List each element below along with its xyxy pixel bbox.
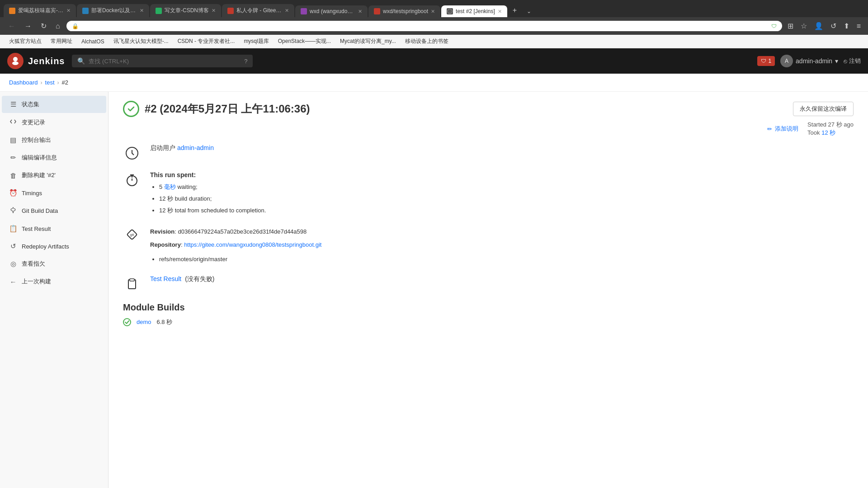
browser-tab-7[interactable]: J test #2 [Jenkins] ✕ <box>441 5 507 17</box>
bookmark-4[interactable]: 讯飞星火认知大模型-... <box>110 37 172 46</box>
build-title: #2 (2024年5月27日 上午11:06:36) <box>145 102 310 116</box>
sidebar-item-edit[interactable]: ✏ 编辑编译信息 <box>2 149 106 166</box>
test-result-link[interactable]: Test Result <box>150 275 181 282</box>
browser-toolbar: ← → ↻ ⌂ 🔒 192.168.7.17:9000/job/test/2/ … <box>0 17 868 35</box>
metrics-icon: ◎ <box>9 260 17 268</box>
back-button[interactable]: ← <box>5 20 18 32</box>
tab-label-5: wxd (wangxudong0... <box>310 8 355 14</box>
jenkins-search[interactable]: 🔍 ? <box>72 55 253 67</box>
user-menu[interactable]: A admin-admin ▾ <box>780 55 838 67</box>
jenkins-logo-text: Jenkins <box>28 56 65 66</box>
extensions-button[interactable]: ⊞ <box>786 20 795 32</box>
revision-block: Revision: d03666479224a57a02be3ce26d31f4… <box>150 225 854 266</box>
browser-tab-2[interactable]: 部署Docker以及基础 ✕ <box>77 4 149 17</box>
sidebar: ☰ 状态集 变更记录 ▤ 控制台输出 ✏ 编辑编译信息 🗑 删除构建 '#2' … <box>0 92 108 488</box>
tab-close-2[interactable]: ✕ <box>140 8 144 14</box>
sidebar-item-redeploy[interactable]: ↺ Redeploy Artifacts <box>2 238 106 255</box>
bookmark-7[interactable]: OpenStack——实现... <box>274 37 335 46</box>
jenkins-logo-icon <box>7 53 24 69</box>
bookmark-5[interactable]: CSDN - 专业开发者社... <box>174 37 239 46</box>
took-time-link[interactable]: 12 秒 <box>821 129 835 136</box>
browser-tab-1[interactable]: 爱喝荔枝味嘉宾-CSDI ✕ <box>4 4 76 17</box>
bookmarks-bar: 火狐官方站点 常用网址 AlchatOS 讯飞星火认知大模型-... CSDN … <box>0 35 868 48</box>
total-time-detail: 12 秒 total from scheduled to completion. <box>159 205 854 216</box>
logout-icon: ⎋ <box>844 58 847 65</box>
address-input[interactable]: 192.168.7.17:9000/job/test/2/ <box>81 23 769 29</box>
browser-tab-6[interactable]: wxd/testspringboot ✕ <box>368 5 440 17</box>
user-profile-button[interactable]: 👤 <box>812 20 825 32</box>
history-back-button[interactable]: ↺ <box>829 20 838 32</box>
keep-forever-button[interactable]: 永久保留这次编译 <box>793 102 854 116</box>
logout-button[interactable]: ⎋ 注销 <box>844 57 861 65</box>
git-section: git Revision: d03666479224a57a02be3ce26d… <box>123 225 854 266</box>
search-help-icon[interactable]: ? <box>244 58 247 65</box>
add-description-button[interactable]: ✏ 添加说明 <box>767 125 798 133</box>
bookmark-2[interactable]: 常用网址 <box>47 37 76 46</box>
tab-close-4[interactable]: ✕ <box>285 8 289 14</box>
browser-tab-3[interactable]: 写文章-CSDN博客 ✕ <box>150 4 221 17</box>
bookmark-8[interactable]: Mycat的读写分离_my... <box>336 37 400 46</box>
tab-close-6[interactable]: ✕ <box>431 9 435 14</box>
started-by-section: 启动用户admin-admin <box>123 144 854 162</box>
tab-label-4: 私人令牌 - Gitee.com <box>236 7 282 14</box>
add-description-label: 添加说明 <box>775 125 798 133</box>
security-badge[interactable]: 🛡 1 <box>757 56 775 66</box>
lock-icon: 🔒 <box>72 23 79 29</box>
sidebar-item-gitdata[interactable]: Git Build Data <box>2 202 106 220</box>
tab-label-2: 部署Docker以及基础 <box>91 7 137 14</box>
list-icon: ☰ <box>9 100 17 108</box>
tab-close-7[interactable]: ✕ <box>498 9 502 14</box>
reload-button[interactable]: ↻ <box>38 20 49 32</box>
module-name-link[interactable]: demo <box>137 319 151 325</box>
menu-button[interactable]: ≡ <box>855 20 863 32</box>
security-count: 1 <box>768 58 771 64</box>
tab-close-1[interactable]: ✕ <box>66 8 71 14</box>
browser-tab-5[interactable]: wxd (wangxudong0... ✕ <box>295 5 368 17</box>
meta-row: ✏ 添加说明 Started 27 秒 ago Took 12 秒 <box>123 121 854 137</box>
timer-icon-container <box>123 171 141 189</box>
svg-rect-11 <box>130 279 134 281</box>
module-builds-title: Module Builds <box>123 302 854 313</box>
user-dropdown-icon: ▾ <box>835 57 838 65</box>
started-by-user-link[interactable]: admin-admin <box>177 144 214 151</box>
run-spent-content: This run spent: 5 毫秒 waiting; 12 秒 build… <box>150 171 854 216</box>
breadcrumb-dashboard[interactable]: Dashboard <box>9 79 38 86</box>
sidebar-item-status[interactable]: ☰ 状态集 <box>2 96 106 113</box>
forward-button[interactable]: → <box>22 20 34 32</box>
repository-url-link[interactable]: https://gitee.com/wangxudong0808/testspr… <box>184 241 321 248</box>
tab-dropdown-button[interactable]: ⌄ <box>522 5 536 17</box>
sidebar-item-metrics[interactable]: ◎ 查看指欠 <box>2 255 106 272</box>
breadcrumb-sep-2: › <box>57 80 59 86</box>
tab-close-5[interactable]: ✕ <box>358 9 362 14</box>
bookmark-9[interactable]: 移动设备上的书签 <box>401 37 452 46</box>
sidebar-label-prev: 上一次构建 <box>22 277 51 286</box>
new-tab-button[interactable]: + <box>508 4 521 17</box>
bookmark-button[interactable]: ☆ <box>799 20 809 32</box>
search-input[interactable] <box>89 58 241 65</box>
took-label: Took 12 秒 <box>807 129 854 137</box>
sidebar-item-timings[interactable]: ⏰ Timings <box>2 184 106 202</box>
tab-close-3[interactable]: ✕ <box>212 8 216 14</box>
clipboard-icon: 📋 <box>9 225 17 233</box>
revision-label: Revision <box>150 228 175 235</box>
bookmark-6[interactable]: mysql题库 <box>240 37 272 46</box>
edit-icon: ✏ <box>9 154 17 162</box>
sidebar-item-console[interactable]: ▤ 控制台输出 <box>2 131 106 149</box>
sidebar-item-changes[interactable]: 变更记录 <box>2 113 106 131</box>
bookmark-3[interactable]: AlchatOS <box>78 38 108 46</box>
sidebar-item-prev[interactable]: ← 上一次构建 <box>2 273 106 290</box>
sidebar-label-timings: Timings <box>22 190 42 197</box>
home-button[interactable]: ⌂ <box>53 20 63 32</box>
jenkins-logo[interactable]: Jenkins <box>7 53 65 69</box>
svg-point-2 <box>13 57 18 61</box>
search-icon: 🔍 <box>77 57 85 65</box>
share-button[interactable]: ⬆ <box>842 20 851 32</box>
sidebar-item-delete[interactable]: 🗑 删除构建 '#2' <box>2 167 106 184</box>
sidebar-label-redeploy: Redeploy Artifacts <box>22 243 69 250</box>
breadcrumb-test[interactable]: test <box>45 79 55 86</box>
started-by-label: 启动用户 <box>150 144 175 151</box>
started-label: Started 27 秒 ago <box>807 121 854 129</box>
bookmark-1[interactable]: 火狐官方站点 <box>5 37 45 46</box>
browser-tab-4[interactable]: 私人令牌 - Gitee.com ✕ <box>222 4 294 17</box>
sidebar-item-testresult[interactable]: 📋 Test Result <box>2 220 106 237</box>
